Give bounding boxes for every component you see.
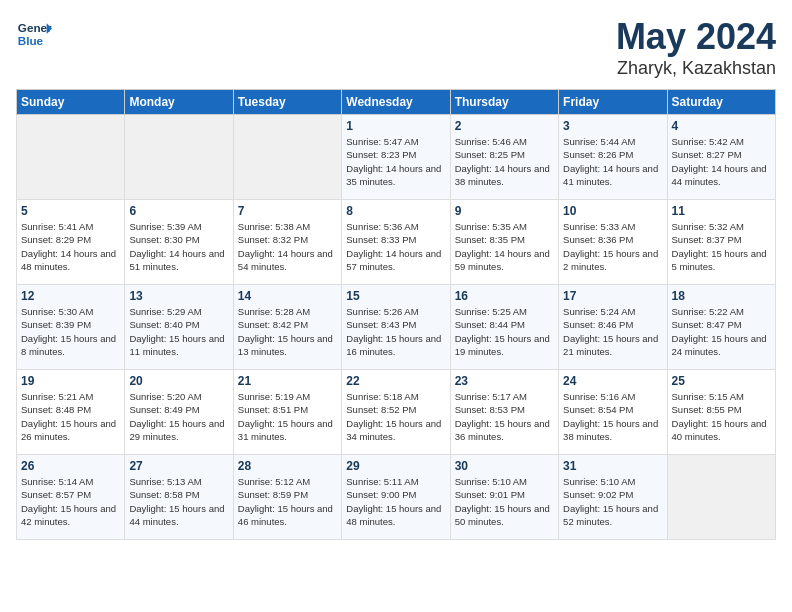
day-cell — [233, 115, 341, 200]
day-daylight: Daylight: 15 hours and 19 minutes. — [455, 332, 554, 359]
header-monday: Monday — [125, 90, 233, 115]
day-number: 26 — [21, 459, 120, 473]
week-row-4: 19 Sunrise: 5:21 AM Sunset: 8:48 PM Dayl… — [17, 370, 776, 455]
day-daylight: Daylight: 15 hours and 38 minutes. — [563, 417, 662, 444]
day-sunrise: Sunrise: 5:35 AM — [455, 220, 554, 233]
day-sunrise: Sunrise: 5:19 AM — [238, 390, 337, 403]
day-sunset: Sunset: 8:40 PM — [129, 318, 228, 331]
day-cell: 30 Sunrise: 5:10 AM Sunset: 9:01 PM Dayl… — [450, 455, 558, 540]
day-sunset: Sunset: 8:57 PM — [21, 488, 120, 501]
day-number: 30 — [455, 459, 554, 473]
day-cell: 11 Sunrise: 5:32 AM Sunset: 8:37 PM Dayl… — [667, 200, 775, 285]
day-number: 4 — [672, 119, 771, 133]
day-cell: 19 Sunrise: 5:21 AM Sunset: 8:48 PM Dayl… — [17, 370, 125, 455]
day-sunrise: Sunrise: 5:10 AM — [563, 475, 662, 488]
day-sunset: Sunset: 8:35 PM — [455, 233, 554, 246]
day-daylight: Daylight: 14 hours and 38 minutes. — [455, 162, 554, 189]
day-cell: 28 Sunrise: 5:12 AM Sunset: 8:59 PM Dayl… — [233, 455, 341, 540]
day-sunset: Sunset: 8:51 PM — [238, 403, 337, 416]
day-daylight: Daylight: 15 hours and 11 minutes. — [129, 332, 228, 359]
day-cell: 13 Sunrise: 5:29 AM Sunset: 8:40 PM Dayl… — [125, 285, 233, 370]
day-daylight: Daylight: 14 hours and 54 minutes. — [238, 247, 337, 274]
day-sunrise: Sunrise: 5:20 AM — [129, 390, 228, 403]
day-sunrise: Sunrise: 5:24 AM — [563, 305, 662, 318]
day-sunset: Sunset: 8:30 PM — [129, 233, 228, 246]
day-cell: 9 Sunrise: 5:35 AM Sunset: 8:35 PM Dayli… — [450, 200, 558, 285]
day-daylight: Daylight: 14 hours and 41 minutes. — [563, 162, 662, 189]
day-cell: 2 Sunrise: 5:46 AM Sunset: 8:25 PM Dayli… — [450, 115, 558, 200]
day-sunset: Sunset: 8:55 PM — [672, 403, 771, 416]
day-sunrise: Sunrise: 5:15 AM — [672, 390, 771, 403]
day-cell: 25 Sunrise: 5:15 AM Sunset: 8:55 PM Dayl… — [667, 370, 775, 455]
header-sunday: Sunday — [17, 90, 125, 115]
day-number: 8 — [346, 204, 445, 218]
day-sunset: Sunset: 8:48 PM — [21, 403, 120, 416]
day-daylight: Daylight: 15 hours and 50 minutes. — [455, 502, 554, 529]
day-cell: 1 Sunrise: 5:47 AM Sunset: 8:23 PM Dayli… — [342, 115, 450, 200]
logo-icon: General Blue — [16, 16, 52, 52]
day-number: 9 — [455, 204, 554, 218]
day-cell: 8 Sunrise: 5:36 AM Sunset: 8:33 PM Dayli… — [342, 200, 450, 285]
day-sunset: Sunset: 8:49 PM — [129, 403, 228, 416]
day-cell: 31 Sunrise: 5:10 AM Sunset: 9:02 PM Dayl… — [559, 455, 667, 540]
day-cell: 16 Sunrise: 5:25 AM Sunset: 8:44 PM Dayl… — [450, 285, 558, 370]
day-sunset: Sunset: 8:32 PM — [238, 233, 337, 246]
day-cell: 3 Sunrise: 5:44 AM Sunset: 8:26 PM Dayli… — [559, 115, 667, 200]
day-sunrise: Sunrise: 5:26 AM — [346, 305, 445, 318]
day-sunrise: Sunrise: 5:42 AM — [672, 135, 771, 148]
day-sunset: Sunset: 8:36 PM — [563, 233, 662, 246]
day-cell: 6 Sunrise: 5:39 AM Sunset: 8:30 PM Dayli… — [125, 200, 233, 285]
day-sunset: Sunset: 8:25 PM — [455, 148, 554, 161]
day-daylight: Daylight: 15 hours and 16 minutes. — [346, 332, 445, 359]
day-cell: 14 Sunrise: 5:28 AM Sunset: 8:42 PM Dayl… — [233, 285, 341, 370]
day-number: 12 — [21, 289, 120, 303]
day-sunset: Sunset: 9:00 PM — [346, 488, 445, 501]
day-sunset: Sunset: 8:58 PM — [129, 488, 228, 501]
calendar-title: May 2024 — [616, 16, 776, 58]
day-daylight: Daylight: 15 hours and 31 minutes. — [238, 417, 337, 444]
day-daylight: Daylight: 14 hours and 59 minutes. — [455, 247, 554, 274]
day-sunset: Sunset: 8:39 PM — [21, 318, 120, 331]
day-sunrise: Sunrise: 5:47 AM — [346, 135, 445, 148]
day-cell: 27 Sunrise: 5:13 AM Sunset: 8:58 PM Dayl… — [125, 455, 233, 540]
day-number: 14 — [238, 289, 337, 303]
header-saturday: Saturday — [667, 90, 775, 115]
day-number: 22 — [346, 374, 445, 388]
day-cell: 15 Sunrise: 5:26 AM Sunset: 8:43 PM Dayl… — [342, 285, 450, 370]
day-daylight: Daylight: 14 hours and 48 minutes. — [21, 247, 120, 274]
day-sunrise: Sunrise: 5:22 AM — [672, 305, 771, 318]
day-sunrise: Sunrise: 5:29 AM — [129, 305, 228, 318]
day-cell: 5 Sunrise: 5:41 AM Sunset: 8:29 PM Dayli… — [17, 200, 125, 285]
day-sunrise: Sunrise: 5:44 AM — [563, 135, 662, 148]
day-cell: 18 Sunrise: 5:22 AM Sunset: 8:47 PM Dayl… — [667, 285, 775, 370]
day-cell: 17 Sunrise: 5:24 AM Sunset: 8:46 PM Dayl… — [559, 285, 667, 370]
day-sunrise: Sunrise: 5:36 AM — [346, 220, 445, 233]
day-daylight: Daylight: 14 hours and 44 minutes. — [672, 162, 771, 189]
day-number: 25 — [672, 374, 771, 388]
day-number: 6 — [129, 204, 228, 218]
week-row-5: 26 Sunrise: 5:14 AM Sunset: 8:57 PM Dayl… — [17, 455, 776, 540]
day-cell: 12 Sunrise: 5:30 AM Sunset: 8:39 PM Dayl… — [17, 285, 125, 370]
day-number: 27 — [129, 459, 228, 473]
day-sunset: Sunset: 8:27 PM — [672, 148, 771, 161]
day-sunset: Sunset: 8:23 PM — [346, 148, 445, 161]
day-sunrise: Sunrise: 5:10 AM — [455, 475, 554, 488]
day-cell — [17, 115, 125, 200]
day-daylight: Daylight: 15 hours and 29 minutes. — [129, 417, 228, 444]
day-daylight: Daylight: 15 hours and 42 minutes. — [21, 502, 120, 529]
day-number: 28 — [238, 459, 337, 473]
day-sunset: Sunset: 8:52 PM — [346, 403, 445, 416]
day-sunset: Sunset: 8:33 PM — [346, 233, 445, 246]
svg-text:Blue: Blue — [18, 34, 44, 47]
day-daylight: Daylight: 15 hours and 5 minutes. — [672, 247, 771, 274]
day-sunrise: Sunrise: 5:16 AM — [563, 390, 662, 403]
day-sunrise: Sunrise: 5:46 AM — [455, 135, 554, 148]
day-cell: 23 Sunrise: 5:17 AM Sunset: 8:53 PM Dayl… — [450, 370, 558, 455]
page-header: General Blue May 2024 Zharyk, Kazakhstan — [16, 16, 776, 79]
day-sunrise: Sunrise: 5:30 AM — [21, 305, 120, 318]
day-cell: 4 Sunrise: 5:42 AM Sunset: 8:27 PM Dayli… — [667, 115, 775, 200]
day-number: 29 — [346, 459, 445, 473]
day-sunset: Sunset: 8:37 PM — [672, 233, 771, 246]
day-sunrise: Sunrise: 5:25 AM — [455, 305, 554, 318]
day-daylight: Daylight: 15 hours and 2 minutes. — [563, 247, 662, 274]
